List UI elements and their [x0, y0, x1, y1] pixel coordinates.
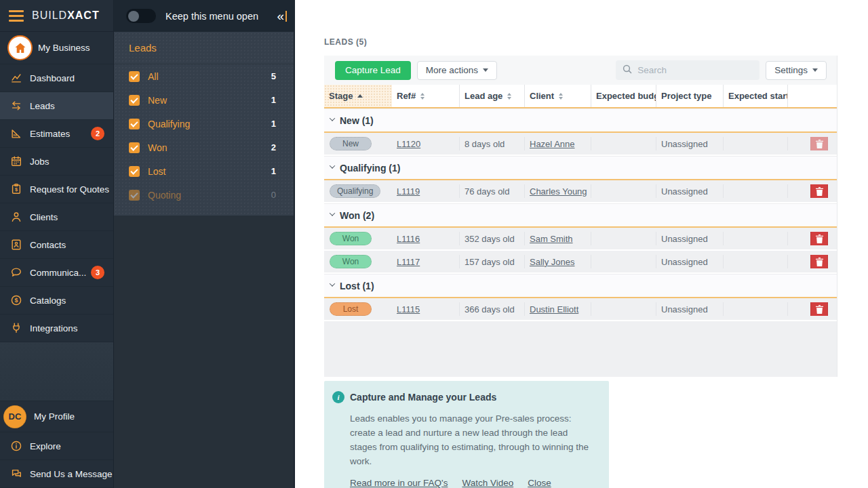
delete-lead-button[interactable] [810, 137, 828, 150]
sidebar-item-explore[interactable]: Explore [0, 432, 113, 460]
filter-panel-empty-area [114, 216, 294, 488]
checkbox-checked-icon[interactable] [129, 166, 140, 177]
lead-ref-link[interactable]: L1117 [397, 257, 420, 267]
filter-count: 1 [271, 95, 276, 105]
close-link[interactable]: Close [528, 478, 551, 488]
expected-budget-value [591, 232, 656, 245]
column-header-stage[interactable]: Stage [324, 85, 392, 107]
sidebar-item-send-message[interactable]: Send Us a Message [0, 460, 113, 488]
filter-all[interactable]: All 5 [114, 64, 294, 88]
sidebar-item-label: Clients [30, 212, 58, 222]
sidebar-item-my-business[interactable]: My Business [0, 32, 113, 64]
sidebar-item-clients[interactable]: Clients [0, 203, 113, 231]
column-header-expected-budget[interactable]: Expected budget [591, 85, 656, 107]
lead-ref-link[interactable]: L1116 [397, 234, 420, 244]
column-header-lead-age[interactable]: Lead age [459, 85, 524, 107]
group-label: New (1) [340, 115, 374, 126]
checkbox-checked-icon[interactable] [129, 119, 140, 129]
search-input[interactable] [637, 65, 757, 75]
lead-ref-link[interactable]: L1115 [397, 304, 420, 314]
lead-ref-link[interactable]: L1120 [397, 139, 420, 149]
delete-lead-button[interactable] [810, 232, 828, 245]
main-sidebar: BUILDXACT My Business Dashboard Leads Es [0, 0, 114, 488]
leads-filter-panel: Keep this menu open « Leads All 5 New 1 … [114, 0, 295, 488]
sidebar-item-contacts[interactable]: Contacts [0, 231, 113, 259]
checkbox-checked-icon[interactable] [129, 142, 140, 153]
delete-lead-button[interactable] [810, 184, 828, 197]
sidebar-item-estimates[interactable]: Estimates 2 [0, 120, 113, 148]
delete-lead-button[interactable] [810, 255, 828, 268]
filter-new[interactable]: New 1 [114, 88, 294, 112]
client-link[interactable]: Hazel Anne [530, 139, 575, 149]
estimates-badge: 2 [91, 127, 104, 140]
stage-badge: New [330, 137, 372, 150]
chevron-expanded-icon [330, 210, 335, 216]
chevron-expanded-icon [330, 281, 335, 286]
filter-panel-title: Leads [114, 32, 294, 64]
keep-menu-open-toggle[interactable] [126, 9, 156, 23]
filter-label: New [148, 95, 167, 106]
sidebar-item-dashboard[interactable]: Dashboard [0, 64, 113, 92]
checkbox-disabled-icon [129, 190, 140, 201]
sidebar-item-catalogs[interactable]: $ Catalogs [0, 287, 113, 314]
checkbox-checked-icon[interactable] [129, 95, 140, 106]
column-label: Client [530, 91, 554, 101]
expected-budget-value [591, 184, 656, 197]
column-header-client[interactable]: Client [524, 85, 591, 107]
column-header-project-type[interactable]: Project type [656, 85, 723, 107]
filter-won[interactable]: Won 2 [114, 136, 294, 159]
lead-ref-link[interactable]: L1119 [397, 186, 420, 197]
lead-age-value: 352 days old [459, 232, 524, 245]
sidebar-item-label: Catalogs [30, 296, 66, 306]
sidebar-item-leads[interactable]: Leads [0, 92, 113, 120]
group-header-lost[interactable]: Lost (1) [324, 274, 837, 298]
jobs-calendar-icon [9, 155, 23, 168]
stage-badge: Qualifying [330, 184, 380, 197]
expected-start-value [723, 302, 787, 315]
project-type-value: Unassigned [656, 137, 723, 150]
watch-video-link[interactable]: Watch Video [462, 478, 513, 488]
sidebar-item-label: Integrations [30, 323, 78, 333]
collapse-panel-button[interactable]: « [277, 9, 287, 22]
sidebar-item-jobs[interactable]: Jobs [0, 148, 113, 176]
filter-lost[interactable]: Lost 1 [114, 159, 294, 183]
column-label: Lead age [465, 91, 502, 101]
group-header-qualifying[interactable]: Qualifying (1) [324, 156, 837, 180]
column-label: Stage [329, 91, 353, 101]
collapse-chevrons-icon: « [277, 9, 284, 22]
sidebar-item-communications[interactable]: Communica... 3 [0, 259, 113, 287]
group-header-won[interactable]: Won (2) [324, 203, 837, 228]
group-header-new[interactable]: New (1) [324, 108, 837, 133]
capture-lead-button[interactable]: Capture Lead [335, 61, 411, 80]
filter-qualifying[interactable]: Qualifying 1 [114, 112, 294, 136]
sort-icon [420, 93, 425, 100]
client-link[interactable]: Sally Jones [530, 257, 574, 267]
client-link[interactable]: Sam Smith [530, 234, 573, 244]
filter-label: Won [148, 142, 167, 153]
leads-info-box: i Capture and Manage your Leads Leads en… [324, 381, 609, 488]
settings-button[interactable]: Settings [766, 61, 827, 80]
stage-badge: Won [330, 232, 372, 245]
group-label: Won (2) [340, 210, 374, 221]
collapse-bar-icon [285, 11, 287, 22]
info-icon: i [332, 391, 344, 403]
table-row: New L1120 8 days old Hazel Anne Unassign… [324, 133, 837, 156]
hamburger-menu-icon[interactable] [9, 10, 24, 22]
search-box[interactable] [616, 60, 760, 80]
delete-lead-button[interactable] [810, 302, 828, 315]
sidebar-item-integrations[interactable]: Integrations [0, 314, 113, 342]
more-actions-button[interactable]: More actions [417, 61, 497, 80]
column-header-expected-start[interactable]: Expected start [723, 85, 787, 107]
request-quotes-icon: $ [9, 182, 23, 196]
checkbox-checked-icon[interactable] [129, 71, 140, 82]
faq-link[interactable]: Read more in our FAQ's [350, 478, 448, 488]
sidebar-item-label: Communica... [30, 268, 86, 278]
sidebar-item-my-profile[interactable]: DC My Profile [0, 401, 113, 432]
client-link[interactable]: Dustin Elliott [530, 304, 578, 314]
column-header-ref[interactable]: Ref# [392, 85, 459, 107]
client-link[interactable]: Charles Young [530, 186, 587, 197]
keep-menu-open-label: Keep this menu open [165, 11, 258, 22]
sidebar-item-request-for-quotes[interactable]: $ Request for Quotes [0, 176, 113, 203]
app-window: BUILDXACT My Business Dashboard Leads Es [0, 0, 868, 488]
estimates-icon [9, 127, 23, 140]
